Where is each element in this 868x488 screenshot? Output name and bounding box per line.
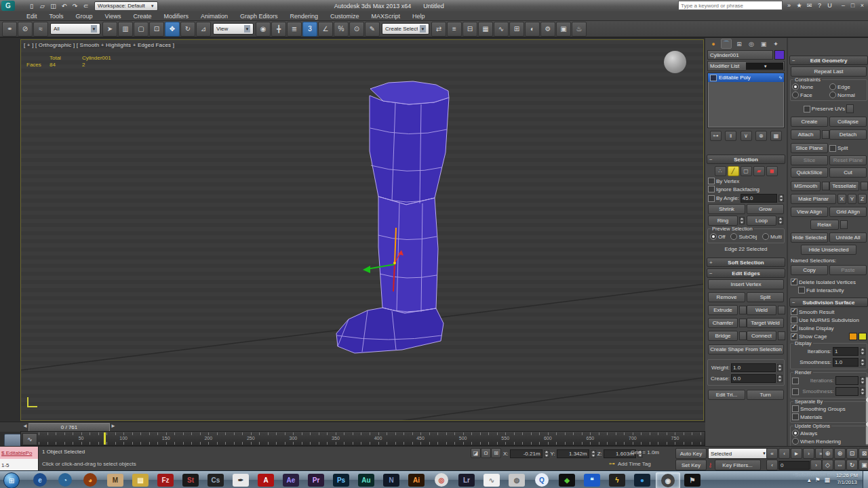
collapse-button[interactable]: Collapse <box>829 117 867 127</box>
constraint-none-radio[interactable] <box>792 83 799 90</box>
zoom-extents-icon[interactable]: ⊡ <box>846 448 858 459</box>
insert-vertex-button[interactable]: Insert Vertex <box>708 279 784 289</box>
menu-rendering[interactable]: Rendering <box>284 13 325 20</box>
taskbar-adobe-reader[interactable]: A <box>254 472 277 487</box>
update-always-radio[interactable] <box>792 430 799 436</box>
bind-to-space-warp[interactable]: ≈ <box>33 22 48 37</box>
preserve-uvs-checkbox[interactable] <box>804 106 810 113</box>
rollout-edit-geometry[interactable]: −Edit Geometry <box>789 56 868 65</box>
reset-plane-button[interactable]: Reset Plane <box>829 155 867 165</box>
zoom-icon[interactable]: ⊕ <box>822 448 833 459</box>
display-smoothness-field[interactable]: 1.0 <box>833 358 859 367</box>
key-filters-button[interactable]: Key Filters... <box>715 460 761 470</box>
layer-manager[interactable]: ⊟ <box>462 22 477 37</box>
display-iterations-field[interactable]: 1 <box>833 347 859 356</box>
taskbar-premiere[interactable]: Pr <box>304 472 328 487</box>
taskbar-dark-app[interactable]: N <box>380 472 403 487</box>
select-by-name[interactable]: ▥ <box>118 22 133 37</box>
minimize-button[interactable]: – <box>839 1 848 9</box>
taskbar-windows-explorer[interactable]: ▤ <box>129 472 152 487</box>
taskbar-photoshop[interactable]: Ps <box>330 472 353 487</box>
listener-script-line[interactable]: 1-5 <box>0 459 38 471</box>
use-pivot-point-center[interactable]: ◉ <box>256 22 271 37</box>
edit-named-selection-sets[interactable]: ✎ <box>365 22 380 37</box>
rollout-selection[interactable]: −Selection <box>707 155 785 164</box>
make-unique[interactable]: ∨ <box>741 131 752 141</box>
rollout-soft-selection[interactable]: +Soft Selection <box>707 258 785 267</box>
quickslice-button[interactable]: QuickSlice <box>791 167 828 178</box>
time-slider-prev-arrow[interactable]: ◄ <box>22 423 28 429</box>
update-when-rendering-radio[interactable] <box>792 438 799 445</box>
menu-graph-editors[interactable]: Graph Editors <box>234 13 284 20</box>
subobject-element[interactable]: ◼ <box>766 166 778 176</box>
create-button[interactable]: Create <box>791 117 828 127</box>
curve-editor[interactable]: ∿ <box>494 22 509 37</box>
go-to-start-button[interactable]: « <box>766 448 778 459</box>
edit-tri-button[interactable]: Edit Tri... <box>708 390 745 400</box>
render-iterations-spinner[interactable] <box>860 377 865 384</box>
repeat-last-button[interactable]: Repeat Last <box>791 66 867 77</box>
tab-utilities[interactable]: ✦ <box>771 39 781 48</box>
full-interactivity-checkbox[interactable] <box>798 287 805 293</box>
slice-button[interactable]: Slice <box>791 155 828 165</box>
by-angle-checkbox[interactable] <box>708 195 715 202</box>
connect-button[interactable]: Connect <box>747 331 776 341</box>
undo-icon[interactable]: ↶ <box>60 1 68 10</box>
material-editor[interactable]: ◐ <box>525 22 540 37</box>
taskbar-quicktime[interactable]: Q <box>530 472 553 487</box>
hide-unselected-button[interactable]: Hide Unselected <box>801 245 856 255</box>
create-shape-button[interactable]: Create Shape From Selection <box>708 344 784 354</box>
select-and-move[interactable]: ✥ <box>165 22 180 37</box>
menu-help[interactable]: Help <box>406 13 431 20</box>
save-file-icon[interactable]: ◫ <box>49 1 58 10</box>
tray-show-hidden-icon[interactable]: ▴ <box>808 476 811 483</box>
maximize-button[interactable]: □ <box>848 1 857 9</box>
menu-group[interactable]: Group <box>70 13 99 20</box>
hide-selected-button[interactable]: Hide Selected <box>791 232 828 243</box>
loop-spinner[interactable] <box>778 217 783 224</box>
modifier-toggle-icon[interactable] <box>710 75 717 81</box>
modifier-stack[interactable]: Editable Poly ϟ <box>707 73 785 128</box>
taskbar-drop-app[interactable]: ● <box>631 472 654 487</box>
y-spinner[interactable] <box>591 450 596 458</box>
new-scene-icon[interactable]: ▯ <box>27 1 36 10</box>
extrude-settings-button[interactable] <box>739 306 747 314</box>
snaps-toggle-3d[interactable]: 3 <box>302 22 317 37</box>
menu-maxscript[interactable]: MAXScript <box>366 13 407 20</box>
maxscript-mini-listener[interactable]: $.EditablePo 1-5 <box>0 447 39 471</box>
start-button[interactable]: ⊞ <box>3 472 20 488</box>
weld-settings-button[interactable] <box>778 306 785 314</box>
taskbar-after-effects[interactable]: Ae <box>279 472 302 487</box>
preview-subobj-radio[interactable] <box>730 233 737 240</box>
chamfer-settings-button[interactable] <box>739 319 747 327</box>
menu-edit[interactable]: Edit <box>20 13 43 20</box>
smooth-result-checkbox[interactable] <box>791 308 797 315</box>
configure-modifier-sets[interactable]: ▦ <box>770 131 782 141</box>
subobject-border[interactable]: ▢ <box>741 166 752 176</box>
stack-item-editable-poly[interactable]: Editable Poly ϟ <box>708 73 784 82</box>
remove-modifier[interactable]: ⊗ <box>755 131 767 141</box>
delete-isolated-vertices-checkbox[interactable] <box>791 279 797 285</box>
msmooth-button[interactable]: MSmooth <box>791 181 821 191</box>
taskbar-flag-app[interactable]: ⚑ <box>681 472 704 487</box>
subobject-vertex[interactable]: ∴ <box>715 166 726 176</box>
taskbar-messenger[interactable]: ❝ <box>580 472 604 487</box>
show-end-result[interactable]: ‖ <box>725 131 736 141</box>
maximize-viewport-icon[interactable]: ▣ <box>859 460 868 470</box>
menu-customize[interactable]: Customize <box>324 13 366 20</box>
unlink-selection[interactable]: ⊘ <box>18 22 33 37</box>
by-angle-field[interactable]: 45.0 <box>741 194 777 203</box>
taskbar-swoosh-app[interactable]: ∿ <box>480 472 503 487</box>
ring-spinner[interactable] <box>739 217 745 224</box>
show-cage-checkbox[interactable] <box>791 333 797 340</box>
isolate-selection-toggle[interactable]: ◪ <box>471 448 481 458</box>
taskbar-gray-app[interactable]: ◍ <box>505 472 528 487</box>
cage-color-swatch[interactable] <box>849 333 857 340</box>
preserve-uvs-settings-button[interactable] <box>846 104 854 113</box>
next-key-button[interactable]: › <box>810 460 822 470</box>
app-logo-icon[interactable]: G <box>1 1 15 11</box>
taskbar-media-player[interactable]: ◔ <box>54 472 77 487</box>
bridge-settings-button[interactable] <box>739 331 747 340</box>
auto-key-button[interactable]: Auto Key <box>675 448 707 459</box>
use-nurms-checkbox[interactable] <box>791 317 797 323</box>
